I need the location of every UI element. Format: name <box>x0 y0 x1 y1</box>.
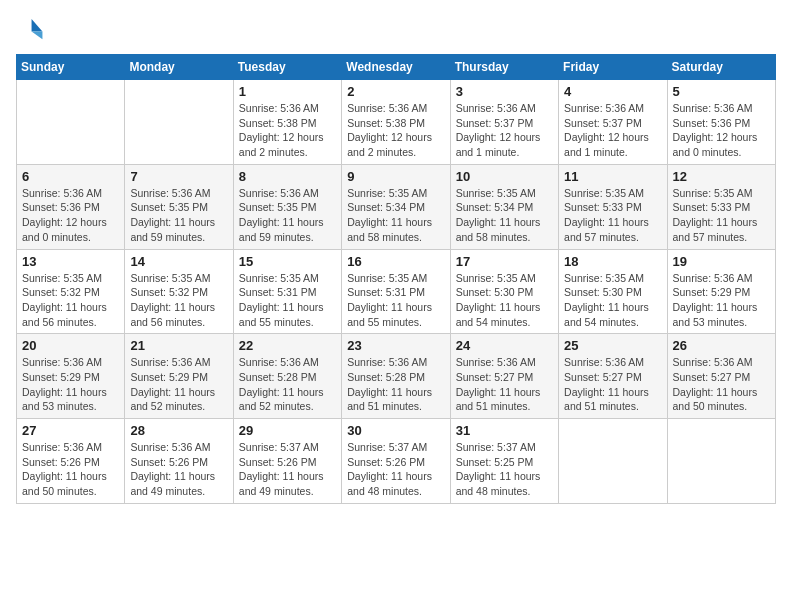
calendar-cell: 25Sunrise: 5:36 AMSunset: 5:27 PMDayligh… <box>559 334 667 419</box>
day-number: 12 <box>673 169 770 184</box>
calendar-cell: 23Sunrise: 5:36 AMSunset: 5:28 PMDayligh… <box>342 334 450 419</box>
calendar-cell: 26Sunrise: 5:36 AMSunset: 5:27 PMDayligh… <box>667 334 775 419</box>
calendar-week-row: 27Sunrise: 5:36 AMSunset: 5:26 PMDayligh… <box>17 419 776 504</box>
day-info: Sunrise: 5:36 AMSunset: 5:29 PMDaylight:… <box>130 355 227 414</box>
weekday-header: Friday <box>559 55 667 80</box>
day-info: Sunrise: 5:35 AMSunset: 5:31 PMDaylight:… <box>347 271 444 330</box>
day-info: Sunrise: 5:35 AMSunset: 5:34 PMDaylight:… <box>347 186 444 245</box>
day-info: Sunrise: 5:36 AMSunset: 5:36 PMDaylight:… <box>673 101 770 160</box>
day-number: 3 <box>456 84 553 99</box>
day-info: Sunrise: 5:35 AMSunset: 5:30 PMDaylight:… <box>456 271 553 330</box>
calendar-cell <box>559 419 667 504</box>
day-info: Sunrise: 5:36 AMSunset: 5:26 PMDaylight:… <box>130 440 227 499</box>
calendar-cell <box>17 80 125 165</box>
calendar-cell: 24Sunrise: 5:36 AMSunset: 5:27 PMDayligh… <box>450 334 558 419</box>
calendar-cell: 19Sunrise: 5:36 AMSunset: 5:29 PMDayligh… <box>667 249 775 334</box>
day-info: Sunrise: 5:36 AMSunset: 5:26 PMDaylight:… <box>22 440 119 499</box>
logo <box>16 16 48 44</box>
calendar-cell: 21Sunrise: 5:36 AMSunset: 5:29 PMDayligh… <box>125 334 233 419</box>
logo-icon <box>16 16 44 44</box>
calendar-cell: 8Sunrise: 5:36 AMSunset: 5:35 PMDaylight… <box>233 164 341 249</box>
day-number: 21 <box>130 338 227 353</box>
day-info: Sunrise: 5:36 AMSunset: 5:35 PMDaylight:… <box>130 186 227 245</box>
calendar-cell: 20Sunrise: 5:36 AMSunset: 5:29 PMDayligh… <box>17 334 125 419</box>
weekday-header: Wednesday <box>342 55 450 80</box>
day-number: 27 <box>22 423 119 438</box>
day-number: 25 <box>564 338 661 353</box>
calendar-cell: 2Sunrise: 5:36 AMSunset: 5:38 PMDaylight… <box>342 80 450 165</box>
day-info: Sunrise: 5:36 AMSunset: 5:27 PMDaylight:… <box>673 355 770 414</box>
day-info: Sunrise: 5:36 AMSunset: 5:38 PMDaylight:… <box>347 101 444 160</box>
calendar-cell: 18Sunrise: 5:35 AMSunset: 5:30 PMDayligh… <box>559 249 667 334</box>
calendar-cell: 31Sunrise: 5:37 AMSunset: 5:25 PMDayligh… <box>450 419 558 504</box>
day-info: Sunrise: 5:36 AMSunset: 5:35 PMDaylight:… <box>239 186 336 245</box>
day-info: Sunrise: 5:36 AMSunset: 5:29 PMDaylight:… <box>673 271 770 330</box>
day-info: Sunrise: 5:36 AMSunset: 5:29 PMDaylight:… <box>22 355 119 414</box>
day-number: 10 <box>456 169 553 184</box>
weekday-header: Tuesday <box>233 55 341 80</box>
calendar-cell: 4Sunrise: 5:36 AMSunset: 5:37 PMDaylight… <box>559 80 667 165</box>
day-info: Sunrise: 5:36 AMSunset: 5:27 PMDaylight:… <box>564 355 661 414</box>
calendar-header-row: SundayMondayTuesdayWednesdayThursdayFrid… <box>17 55 776 80</box>
day-number: 7 <box>130 169 227 184</box>
calendar-cell: 12Sunrise: 5:35 AMSunset: 5:33 PMDayligh… <box>667 164 775 249</box>
day-info: Sunrise: 5:36 AMSunset: 5:36 PMDaylight:… <box>22 186 119 245</box>
calendar-cell: 30Sunrise: 5:37 AMSunset: 5:26 PMDayligh… <box>342 419 450 504</box>
calendar-cell: 9Sunrise: 5:35 AMSunset: 5:34 PMDaylight… <box>342 164 450 249</box>
calendar-cell: 10Sunrise: 5:35 AMSunset: 5:34 PMDayligh… <box>450 164 558 249</box>
day-info: Sunrise: 5:36 AMSunset: 5:38 PMDaylight:… <box>239 101 336 160</box>
day-info: Sunrise: 5:35 AMSunset: 5:33 PMDaylight:… <box>673 186 770 245</box>
calendar-cell: 16Sunrise: 5:35 AMSunset: 5:31 PMDayligh… <box>342 249 450 334</box>
calendar-cell: 6Sunrise: 5:36 AMSunset: 5:36 PMDaylight… <box>17 164 125 249</box>
day-info: Sunrise: 5:36 AMSunset: 5:28 PMDaylight:… <box>347 355 444 414</box>
day-number: 26 <box>673 338 770 353</box>
day-number: 6 <box>22 169 119 184</box>
day-number: 13 <box>22 254 119 269</box>
weekday-header: Saturday <box>667 55 775 80</box>
day-number: 31 <box>456 423 553 438</box>
day-info: Sunrise: 5:36 AMSunset: 5:28 PMDaylight:… <box>239 355 336 414</box>
day-number: 29 <box>239 423 336 438</box>
svg-marker-1 <box>32 32 43 40</box>
calendar-cell: 14Sunrise: 5:35 AMSunset: 5:32 PMDayligh… <box>125 249 233 334</box>
day-number: 9 <box>347 169 444 184</box>
day-number: 24 <box>456 338 553 353</box>
calendar-cell: 17Sunrise: 5:35 AMSunset: 5:30 PMDayligh… <box>450 249 558 334</box>
calendar-cell: 22Sunrise: 5:36 AMSunset: 5:28 PMDayligh… <box>233 334 341 419</box>
day-number: 15 <box>239 254 336 269</box>
day-number: 17 <box>456 254 553 269</box>
calendar-cell: 11Sunrise: 5:35 AMSunset: 5:33 PMDayligh… <box>559 164 667 249</box>
weekday-header: Sunday <box>17 55 125 80</box>
calendar-cell: 7Sunrise: 5:36 AMSunset: 5:35 PMDaylight… <box>125 164 233 249</box>
calendar-cell: 1Sunrise: 5:36 AMSunset: 5:38 PMDaylight… <box>233 80 341 165</box>
calendar-cell: 15Sunrise: 5:35 AMSunset: 5:31 PMDayligh… <box>233 249 341 334</box>
day-info: Sunrise: 5:36 AMSunset: 5:27 PMDaylight:… <box>456 355 553 414</box>
day-number: 20 <box>22 338 119 353</box>
calendar-cell <box>667 419 775 504</box>
day-info: Sunrise: 5:36 AMSunset: 5:37 PMDaylight:… <box>456 101 553 160</box>
calendar-week-row: 1Sunrise: 5:36 AMSunset: 5:38 PMDaylight… <box>17 80 776 165</box>
calendar-body: 1Sunrise: 5:36 AMSunset: 5:38 PMDaylight… <box>17 80 776 504</box>
day-info: Sunrise: 5:35 AMSunset: 5:30 PMDaylight:… <box>564 271 661 330</box>
day-info: Sunrise: 5:35 AMSunset: 5:34 PMDaylight:… <box>456 186 553 245</box>
calendar-cell: 13Sunrise: 5:35 AMSunset: 5:32 PMDayligh… <box>17 249 125 334</box>
day-info: Sunrise: 5:37 AMSunset: 5:26 PMDaylight:… <box>239 440 336 499</box>
calendar-table: SundayMondayTuesdayWednesdayThursdayFrid… <box>16 54 776 504</box>
day-number: 11 <box>564 169 661 184</box>
calendar-week-row: 13Sunrise: 5:35 AMSunset: 5:32 PMDayligh… <box>17 249 776 334</box>
day-number: 2 <box>347 84 444 99</box>
weekday-header: Monday <box>125 55 233 80</box>
day-info: Sunrise: 5:35 AMSunset: 5:33 PMDaylight:… <box>564 186 661 245</box>
day-info: Sunrise: 5:35 AMSunset: 5:32 PMDaylight:… <box>22 271 119 330</box>
day-number: 30 <box>347 423 444 438</box>
page-header <box>16 16 776 44</box>
calendar-week-row: 6Sunrise: 5:36 AMSunset: 5:36 PMDaylight… <box>17 164 776 249</box>
calendar-cell: 28Sunrise: 5:36 AMSunset: 5:26 PMDayligh… <box>125 419 233 504</box>
day-number: 23 <box>347 338 444 353</box>
calendar-cell: 5Sunrise: 5:36 AMSunset: 5:36 PMDaylight… <box>667 80 775 165</box>
calendar-week-row: 20Sunrise: 5:36 AMSunset: 5:29 PMDayligh… <box>17 334 776 419</box>
day-number: 16 <box>347 254 444 269</box>
day-info: Sunrise: 5:37 AMSunset: 5:25 PMDaylight:… <box>456 440 553 499</box>
day-number: 1 <box>239 84 336 99</box>
day-number: 19 <box>673 254 770 269</box>
